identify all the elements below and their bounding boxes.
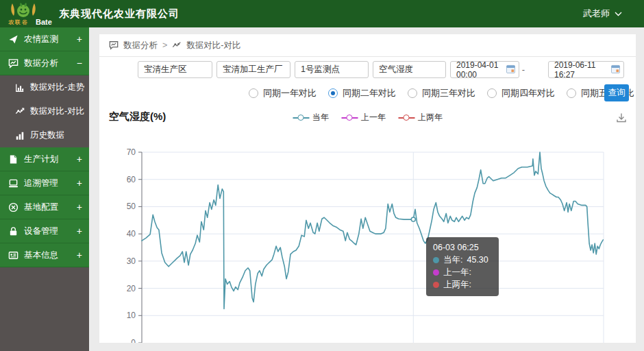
station-select[interactable]: 1号监测点 [295, 61, 369, 78]
breadcrumb-separator: > [162, 40, 167, 50]
lock-icon [8, 226, 18, 237]
svg-text:50: 50 [127, 202, 136, 211]
logo-smiley-wheat-icon [8, 1, 38, 19]
sidebar-subitem-history-data[interactable]: 历史数据 [0, 123, 89, 147]
user-name: 武老师 [583, 8, 610, 20]
radio-two-year[interactable]: 同期二年对比 [328, 87, 396, 99]
line-chart[interactable]: 010203040506070 06-03 06:25 当年: 45.30 上一… [99, 137, 636, 343]
radio-circle[interactable] [249, 88, 258, 98]
analysis-bubble-icon [109, 40, 119, 50]
sidebar-item-device-management[interactable]: 设备管理 + [0, 219, 89, 243]
sidebar-item-basic-info[interactable]: 基本信息 + [0, 243, 89, 267]
factory-select[interactable]: 宝清加工生产厂 [216, 61, 290, 78]
main-panel: 宝清生产区 宝清加工生产厂 1号监测点 空气湿度 2019-04-01 00:0… [99, 57, 636, 343]
radio-four-year[interactable]: 同期四年对比 [487, 87, 555, 99]
legend-item-two-years-ago[interactable]: 上两年 [398, 112, 443, 123]
laptop-icon [8, 178, 18, 189]
calendar-icon[interactable] [611, 64, 620, 75]
chart-canvas: 010203040506070 [99, 137, 636, 343]
breadcrumb-current: 数据对比-对比 [186, 40, 240, 51]
plane-icon [8, 34, 18, 45]
expand-plus-icon[interactable]: + [77, 34, 82, 45]
expand-plus-icon[interactable]: + [77, 250, 82, 261]
svg-text:10: 10 [127, 311, 136, 320]
chart-title: 空气湿度(%) [109, 110, 166, 123]
compare-chart-icon [172, 40, 182, 50]
expand-plus-icon[interactable]: + [77, 178, 82, 189]
collapse-minus-icon[interactable]: − [77, 58, 82, 69]
trend-chart-icon [15, 83, 25, 93]
legend-marker-icon [293, 114, 309, 121]
chevron-down-icon [615, 12, 622, 16]
date-range-separator: - [519, 61, 528, 78]
date-end-input[interactable]: 2019-06-11 16:27 [548, 61, 624, 78]
svg-text:40: 40 [127, 229, 136, 239]
radio-one-year[interactable]: 同期一年对比 [249, 87, 317, 99]
svg-text:20: 20 [127, 284, 136, 293]
date-start-input[interactable]: 2019-04-01 00:00 [450, 61, 519, 78]
sidebar-item-label: 农情监测 [24, 34, 77, 45]
compare-period-radio-group: 同期一年对比 同期二年对比 同期三年对比 同期四年对比 同期五年对比 [249, 84, 634, 101]
svg-text:30: 30 [127, 256, 136, 266]
svg-text:70: 70 [127, 147, 136, 157]
app-header: 农联谷 Bate 东典现代化农业有限公司 武老师 [0, 0, 644, 27]
sidebar-item-trace-management[interactable]: 追溯管理 + [0, 171, 89, 195]
sidebar-item-data-analysis[interactable]: 数据分析 − [0, 51, 89, 75]
history-bars-icon [15, 131, 25, 141]
sidebar-item-farm-monitor[interactable]: 农情监测 + [0, 27, 89, 51]
analysis-bubble-icon [8, 58, 18, 69]
download-icon[interactable] [615, 112, 628, 124]
legend-item-current-year[interactable]: 当年 [293, 112, 329, 123]
sidebar-subitem-label: 数据对比-对比 [30, 106, 84, 117]
sidebar-item-label: 基地配置 [24, 202, 77, 213]
compare-chart-icon [15, 107, 25, 117]
radio-circle[interactable] [408, 88, 417, 98]
chart-legend: 当年 上一年 上两年 [293, 112, 443, 123]
card-icon [8, 250, 18, 261]
sidebar-item-label: 追溯管理 [24, 178, 77, 189]
radio-three-year[interactable]: 同期三年对比 [408, 87, 475, 99]
user-menu[interactable]: 武老师 [583, 0, 622, 27]
config-icon [8, 202, 18, 213]
app-logo: 农联谷 Bate [0, 0, 90, 27]
logo-subtext: Bate [36, 18, 52, 26]
expand-plus-icon[interactable]: + [77, 202, 82, 213]
sidebar-item-label: 设备管理 [24, 226, 77, 237]
sidebar-item-base-config[interactable]: 基地配置 + [0, 195, 89, 219]
radio-circle[interactable] [567, 88, 576, 98]
svg-text:0: 0 [131, 338, 136, 343]
sidebar-item-label: 生产计划 [24, 154, 77, 165]
sidebar-subitem-label: 数据对比-走势 [30, 82, 84, 93]
legend-marker-icon [341, 114, 358, 121]
radio-circle[interactable] [487, 88, 497, 98]
logo-text: 农联谷 [8, 19, 29, 26]
breadcrumb-parent[interactable]: 数据分析 [123, 40, 158, 51]
calendar-icon[interactable] [506, 64, 515, 75]
sidebar-subitem-compare-trend[interactable]: 数据对比-走势 [0, 75, 89, 99]
svg-text:60: 60 [127, 175, 136, 184]
sidebar-subitem-label: 历史数据 [30, 130, 64, 141]
sidebar-nav: 农情监测 + 数据分析 − 数据对比-走势 数据对比-对比 历史数据 生产计划 [0, 27, 89, 351]
area-select[interactable]: 宝清生产区 [138, 61, 212, 78]
sidebar-submenu: 数据对比-走势 数据对比-对比 历史数据 [0, 75, 89, 147]
sidebar-item-production-plan[interactable]: 生产计划 + [0, 147, 89, 171]
legend-marker-icon [398, 114, 414, 121]
expand-plus-icon[interactable]: + [77, 154, 82, 165]
radio-circle[interactable] [328, 88, 338, 98]
sidebar-item-label: 基本信息 [24, 250, 77, 261]
sidebar-subitem-compare-contrast[interactable]: 数据对比-对比 [0, 99, 89, 123]
query-button[interactable]: 查询 [604, 84, 629, 101]
breadcrumb: 数据分析 > 数据对比-对比 [99, 34, 636, 57]
sidebar-item-label: 数据分析 [24, 58, 77, 69]
legend-item-last-year[interactable]: 上一年 [341, 112, 386, 123]
metric-select[interactable]: 空气湿度 [373, 61, 446, 78]
expand-plus-icon[interactable]: + [77, 226, 82, 237]
document-icon [8, 154, 18, 165]
